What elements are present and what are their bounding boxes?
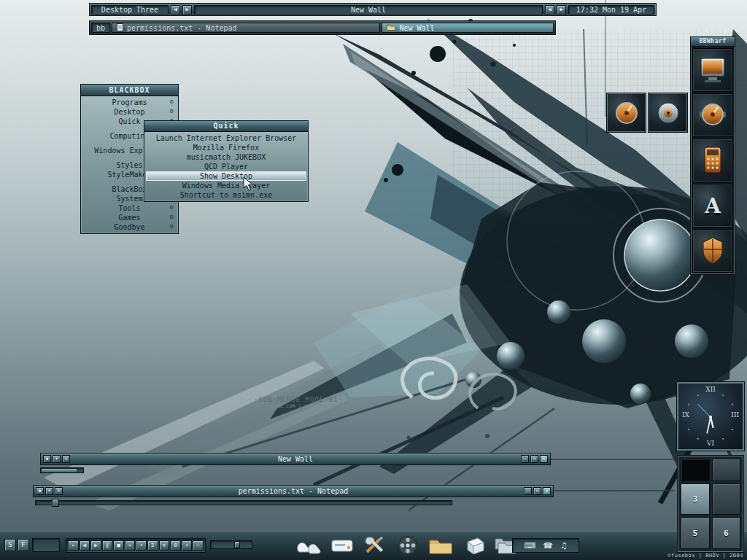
- workspace-prev-button[interactable]: ◀: [171, 5, 180, 15]
- preset-0-button[interactable]: 0: [170, 540, 181, 551]
- pager-tile-3-active[interactable]: 3: [681, 483, 710, 516]
- quick-item-musicmatch-jukebox[interactable]: musicmatch JUKEBOX: [146, 152, 306, 162]
- pager-tile-2[interactable]: [712, 459, 741, 481]
- menu-item-goodbye[interactable]: Goodbyeo: [82, 222, 177, 232]
- credit-text: ©fusebox | BHDV | 2004: [667, 553, 743, 559]
- music-tray-icon[interactable]: ♫: [560, 542, 568, 550]
- slider-handle[interactable]: [52, 499, 59, 507]
- volume-slider[interactable]: [210, 540, 252, 549]
- drive-launcher[interactable]: [328, 534, 356, 557]
- quick-item-internet-explorer[interactable]: Launch Internet Explorer Browser: [146, 133, 306, 143]
- slider-handle[interactable]: [234, 541, 240, 548]
- window-shade-button[interactable]: ▾: [45, 487, 53, 495]
- quick-item-qcd-player[interactable]: QCD Player: [146, 162, 306, 171]
- prev-track-button[interactable]: «: [68, 540, 79, 551]
- wharf-tile-crest[interactable]: [692, 229, 733, 273]
- keyboard-tray-icon[interactable]: ⌨: [524, 542, 535, 550]
- menu-item-desktop[interactable]: Desktopo: [82, 107, 177, 117]
- dock-tile-gauge[interactable]: [606, 93, 646, 133]
- maximize-button[interactable]: ▫: [533, 487, 541, 495]
- mouse-cursor-icon: [243, 176, 255, 192]
- shaded-window-new-wall[interactable]: ▪ ▾ × New Wall – ▫ ×: [40, 453, 551, 465]
- wallpaper-subtitle: DEPTHCORE.COM | SUBMERGE.NET: [236, 403, 360, 408]
- pause-button[interactable]: ‖: [102, 540, 113, 551]
- maximize-button[interactable]: ▫: [530, 455, 538, 463]
- volume-progress-bar[interactable]: [40, 467, 84, 473]
- wharf-tile-monitor[interactable]: [692, 48, 733, 92]
- submenu-bullet-icon: o: [170, 203, 174, 212]
- window-preview-slot[interactable]: [32, 538, 60, 552]
- film-reel-launcher[interactable]: [394, 534, 422, 557]
- rewind-button[interactable]: ◀: [80, 540, 90, 551]
- submenu-bullet-icon: o: [170, 97, 174, 106]
- current-window-label[interactable]: New Wall: [194, 5, 543, 15]
- volume-up-button[interactable]: +: [182, 540, 193, 551]
- minimize-button[interactable]: –: [521, 455, 529, 463]
- window-menu-button[interactable]: ▪: [43, 455, 51, 463]
- pager-tile-4[interactable]: [712, 483, 741, 516]
- minimize-button[interactable]: –: [524, 487, 532, 495]
- gauge-icon: [612, 98, 641, 128]
- quick-item-mozilla-firefox[interactable]: Mozilla Firefox: [146, 143, 306, 152]
- close-button[interactable]: ×: [540, 455, 548, 463]
- pager-tile-5[interactable]: 5: [681, 517, 710, 549]
- wallpaper-title: ·SUB-MERGE MODE 01·: [236, 396, 360, 403]
- record-button[interactable]: •: [136, 540, 147, 551]
- close-button[interactable]: ×: [543, 487, 551, 495]
- task-notepad[interactable]: permissions.txt - Notepad: [112, 23, 380, 33]
- task-title: New Wall: [399, 24, 434, 32]
- menu-item-tools[interactable]: Toolso: [82, 203, 177, 213]
- taskbar: bb permissions.txt - Notepad New Wall: [89, 20, 556, 35]
- shoes-launcher[interactable]: [295, 534, 323, 557]
- style-button[interactable]: S: [4, 539, 16, 551]
- preset-2-button[interactable]: 2: [147, 540, 158, 551]
- film-reel-icon: [394, 534, 422, 556]
- pager-tile-6[interactable]: 6: [712, 517, 741, 549]
- quick-item-windows-media-player[interactable]: Windows Media Player: [146, 181, 306, 190]
- shaded-window-notepad[interactable]: ▪ ▾ × permissions.txt - Notepad – ▫ ×: [33, 485, 554, 497]
- window-prev-button[interactable]: ◀: [545, 5, 554, 15]
- task-new-wall[interactable]: New Wall: [382, 23, 554, 33]
- stop-button[interactable]: ■: [113, 540, 124, 551]
- gauge-icon: [697, 99, 729, 131]
- quick-item-show-desktop[interactable]: Show Desktop: [146, 171, 306, 181]
- crest-icon: [697, 235, 729, 267]
- menu-item-games[interactable]: Gameso: [82, 213, 177, 222]
- window-title: New Wall: [71, 455, 519, 464]
- volume-down-button[interactable]: −: [193, 540, 204, 551]
- keypad-icon: [697, 144, 729, 176]
- wharf-tile-fonts[interactable]: A: [692, 184, 733, 228]
- play-button[interactable]: ▶: [90, 540, 101, 551]
- window-sticky-button[interactable]: ×: [55, 487, 63, 495]
- workspace-next-button[interactable]: ▶: [182, 5, 192, 15]
- window-menu-button[interactable]: ▪: [36, 487, 44, 495]
- box-icon: [460, 534, 487, 556]
- progress-fill: [42, 469, 77, 472]
- media-controls: « ◀ ▶ ‖ ■ » • 2 ≡ 0 + −: [66, 538, 206, 553]
- task-title: permissions.txt - Notepad: [127, 24, 237, 32]
- wallpaper-wire: [551, 459, 682, 460]
- quick-item-shortcut-msimn[interactable]: Shortcut to msimn.exe: [146, 190, 306, 200]
- files-button[interactable]: F: [18, 539, 29, 551]
- phone-tray-icon[interactable]: ☎: [543, 542, 553, 550]
- notepad-icon: [117, 23, 123, 33]
- pager-tile-1[interactable]: [681, 459, 710, 481]
- dock-tile-disc[interactable]: [648, 93, 688, 133]
- tools-launcher[interactable]: [361, 534, 389, 557]
- box-launcher[interactable]: [460, 534, 487, 557]
- tools-icon: [361, 534, 389, 556]
- wharf-tile-keypad[interactable]: [692, 139, 733, 182]
- folder-launcher[interactable]: [427, 534, 454, 557]
- window-next-button[interactable]: ▶: [557, 5, 566, 15]
- shoes-icon: [295, 534, 323, 556]
- window-sticky-button[interactable]: ×: [62, 455, 70, 463]
- workspace-label[interactable]: Desktop Three: [91, 5, 169, 15]
- seek-slider[interactable]: [35, 500, 452, 505]
- playlist-button[interactable]: ≡: [159, 540, 170, 551]
- menu-item-programs[interactable]: Programso: [82, 98, 177, 107]
- desktop: { "wallpaper": { "title": "·SUB-MERGE MO…: [0, 0, 747, 560]
- window-shade-button[interactable]: ▾: [53, 455, 61, 463]
- taskbar-corner-label[interactable]: bb: [91, 23, 110, 33]
- wharf-tile-gauge[interactable]: [692, 93, 733, 137]
- next-track-button[interactable]: »: [125, 540, 136, 551]
